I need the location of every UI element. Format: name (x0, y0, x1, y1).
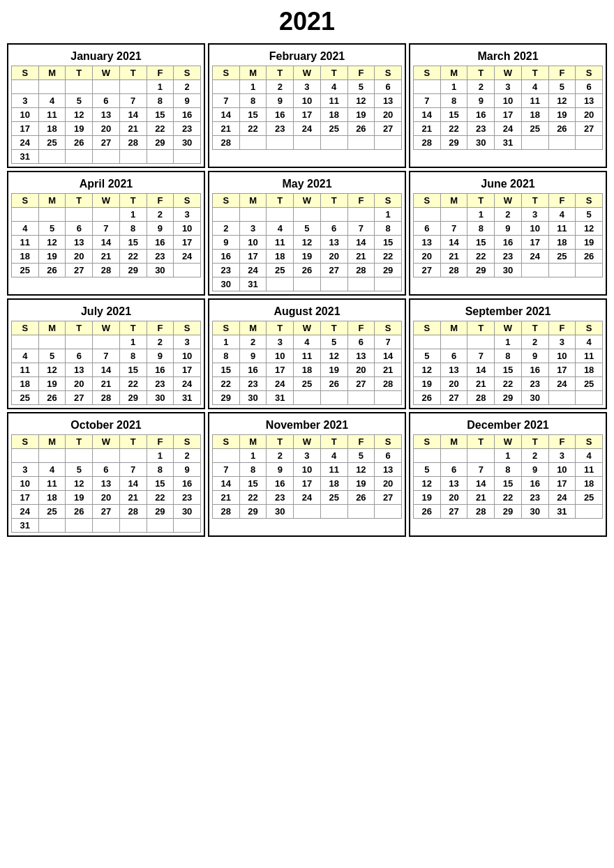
calendar-day: 20 (440, 377, 467, 391)
calendar-day: 8 (147, 94, 174, 108)
day-header: F (147, 66, 174, 80)
calendar-day: 6 (347, 335, 375, 349)
calendar-day: 7 (467, 349, 495, 363)
month-title-9: September 2021 (413, 303, 603, 321)
day-header: T (66, 435, 93, 449)
day-header: M (440, 435, 467, 449)
calendar-day: 28 (213, 505, 240, 519)
calendar-day: 27 (93, 505, 120, 519)
calendar-day: 26 (38, 264, 66, 277)
calendar-day: 6 (375, 449, 402, 463)
calendar-day: 1 (375, 208, 402, 222)
calendar-day: 8 (239, 94, 267, 108)
calendar-day: 28 (119, 136, 147, 150)
calendar-day: 2 (467, 80, 495, 94)
calendar-day: 7 (467, 463, 495, 477)
day-header: S (12, 66, 39, 80)
calendar-day (347, 136, 375, 150)
calendar-day: 9 (495, 222, 522, 236)
calendar-day: 18 (12, 377, 39, 391)
day-header: T (267, 435, 294, 449)
calendar-day (467, 449, 495, 463)
calendar-day: 26 (347, 491, 375, 505)
month-block-3: March 2021SMTWTFS12345678910111213141516… (409, 43, 607, 168)
calendar-day: 29 (495, 505, 522, 519)
calendar-day: 16 (174, 477, 201, 491)
month-table-1: SMTWTFS123456789101112131415161718192021… (11, 66, 201, 164)
calendar-day: 20 (66, 377, 93, 391)
calendar-day: 28 (414, 136, 441, 150)
calendar-day: 7 (213, 94, 240, 108)
calendar-day: 12 (347, 94, 375, 108)
calendar-day (294, 505, 321, 519)
day-header: F (548, 435, 576, 449)
calendar-day (294, 391, 321, 405)
calendar-day (213, 449, 240, 463)
calendar-day (147, 519, 174, 533)
calendar-day: 2 (147, 208, 174, 222)
calendar-day: 21 (467, 491, 495, 505)
table-row: 1234 (414, 449, 603, 463)
calendar-day: 30 (521, 391, 548, 405)
calendar-day: 8 (495, 349, 522, 363)
day-header: S (375, 435, 402, 449)
table-row: 282930 (213, 505, 402, 519)
calendar-day: 8 (213, 349, 240, 363)
calendar-day: 19 (414, 377, 441, 391)
day-header: M (38, 435, 66, 449)
calendar-day (239, 136, 267, 150)
calendar-day: 29 (147, 136, 174, 150)
calendar-day: 14 (119, 108, 147, 122)
month-block-6: June 2021SMTWTFS123456789101112131415161… (409, 171, 607, 296)
calendar-day: 26 (320, 377, 347, 391)
day-header: W (495, 435, 522, 449)
calendar-day: 9 (174, 463, 201, 477)
calendar-day: 5 (320, 335, 347, 349)
calendar-day: 7 (119, 463, 147, 477)
calendar-day: 12 (414, 363, 441, 377)
calendar-day: 22 (213, 377, 240, 391)
calendar-day: 24 (239, 264, 267, 277)
calendar-day (521, 136, 548, 150)
month-block-11: November 2021SMTWTFS12345678910111213141… (208, 412, 406, 537)
day-header: W (93, 194, 120, 208)
calendar-day: 20 (576, 108, 603, 122)
calendar-day: 22 (467, 250, 495, 264)
day-header: M (239, 435, 267, 449)
calendar-day: 31 (239, 277, 267, 291)
calendar-day: 14 (414, 108, 441, 122)
calendar-day (213, 208, 240, 222)
calendar-day: 20 (347, 363, 375, 377)
calendar-day: 9 (147, 349, 174, 363)
calendar-day: 15 (375, 236, 402, 250)
calendar-grid: January 2021SMTWTFS123456789101112131415… (7, 43, 607, 537)
calendar-day: 17 (12, 122, 39, 136)
calendar-day: 22 (119, 250, 147, 264)
calendar-day: 31 (267, 391, 294, 405)
calendar-day (440, 208, 467, 222)
calendar-day: 10 (174, 349, 201, 363)
month-table-4: SMTWTFS123456789101112131415161718192021… (11, 193, 201, 277)
table-row: 11121314151617 (12, 363, 201, 377)
calendar-day: 26 (38, 391, 66, 405)
calendar-day: 21 (347, 250, 375, 264)
day-header: S (375, 194, 402, 208)
calendar-day: 29 (119, 391, 147, 405)
table-row: 3031 (213, 277, 402, 291)
calendar-day: 15 (119, 363, 147, 377)
day-header: S (576, 194, 603, 208)
calendar-day (119, 150, 147, 164)
calendar-day (294, 208, 321, 222)
calendar-day: 26 (347, 122, 375, 136)
calendar-day: 24 (495, 122, 522, 136)
day-header: F (347, 66, 375, 80)
calendar-day: 25 (576, 491, 603, 505)
calendar-day: 25 (548, 250, 576, 264)
calendar-day: 26 (548, 122, 576, 136)
calendar-day: 22 (119, 377, 147, 391)
calendar-day (239, 208, 267, 222)
month-table-2: SMTWTFS123456789101112131415161718192021… (212, 66, 402, 150)
calendar-day: 5 (38, 222, 66, 236)
calendar-day: 30 (521, 505, 548, 519)
calendar-day: 12 (66, 108, 93, 122)
